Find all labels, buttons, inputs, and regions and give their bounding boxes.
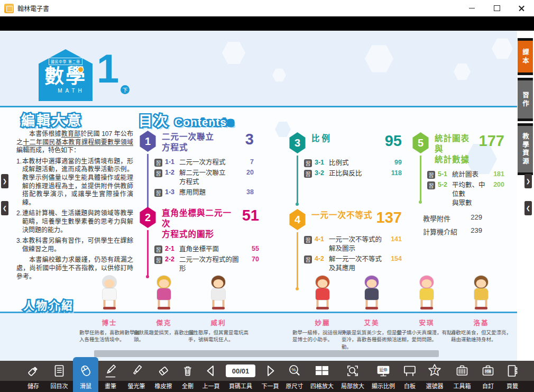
- tool-page-number[interactable]: 00/01 頁碼工具: [223, 361, 258, 392]
- section-number: 1-1: [165, 158, 179, 166]
- tool-eraser[interactable]: 橡皮擦: [150, 361, 177, 392]
- appendix-item[interactable]: 計算機介紹 239: [423, 226, 482, 236]
- chapter-heading[interactable]: 5 統計圖表與 統計數據 177: [411, 132, 504, 165]
- toc-section[interactable]: 習 1-2 解二元一次聯立 方程式 20: [154, 169, 254, 187]
- character-name: 安琪: [395, 317, 458, 327]
- figure-legs: [213, 300, 225, 307]
- tool-highlighter[interactable]: 螢光筆: [123, 361, 150, 392]
- tool-delete-all[interactable]: 全刪: [177, 361, 199, 392]
- toc-section[interactable]: 習 4-1 一元一次不等式的 解及圖示 141: [304, 235, 402, 253]
- trash-icon: [180, 361, 196, 381]
- tool-save[interactable]: 儲存: [21, 361, 45, 392]
- right-back-button[interactable]: ❮: [524, 201, 532, 215]
- workbook-badge: 習: [304, 236, 312, 244]
- section-number: 5-1: [438, 170, 452, 178]
- tool-label: 上一頁: [202, 381, 220, 392]
- tab-teaching-resources[interactable]: 教學資源: [518, 123, 533, 175]
- toc-section[interactable]: 習 4-2 解一元一次不等式 及其應用 154: [304, 255, 402, 273]
- workbook-badge: 習: [154, 169, 162, 177]
- figure-face: [159, 279, 169, 288]
- chapter-line: [297, 156, 298, 203]
- svg-text:延伸: 延伸: [380, 367, 388, 372]
- toc-chapter-2: 2 直角坐標與二元一次 方程式的圖形 51 習 2-1 直角坐標平面 55 習 …: [139, 207, 259, 275]
- right-forward-button[interactable]: ❯: [524, 174, 532, 188]
- figure-body: [420, 288, 434, 300]
- chapter-heading[interactable]: 4 一元一次不等式 137: [288, 209, 402, 230]
- character-name: 洛基: [449, 317, 513, 327]
- chapter-heading[interactable]: 2 直角坐標與二元一次 方程式的圖形 51: [139, 207, 259, 240]
- tab-textbook[interactable]: 課本: [518, 38, 533, 75]
- figure-face: [367, 279, 377, 288]
- section-number: 4-1: [315, 235, 329, 243]
- side-tab-strip: 課本 習作 教學資源: [517, 31, 534, 361]
- left-forward-button[interactable]: ❯: [1, 174, 8, 188]
- left-back-button[interactable]: ❮: [1, 201, 8, 215]
- toc-section[interactable]: 習 5-2 平均數、中位數 與眾數 200: [427, 181, 504, 208]
- tab-workbook[interactable]: 習作: [518, 78, 533, 121]
- tool-back-to-toc[interactable]: 回目次: [45, 361, 73, 392]
- section-title: 直角坐標平面: [179, 245, 243, 254]
- chapter-page: 95: [385, 133, 402, 150]
- triangle-right-icon: [262, 361, 278, 381]
- tool-mouse[interactable]: 滑鼠: [73, 361, 98, 392]
- appendix-item[interactable]: 教學附件 229: [423, 213, 482, 223]
- toc-section[interactable]: 習 3-2 正比與反比 118: [304, 169, 402, 178]
- highlighter-icon: [128, 361, 144, 381]
- toc-section[interactable]: 習 5-1 統計圖表 181: [427, 170, 504, 179]
- tool-four-grid-zoom[interactable]: 四格放大: [307, 361, 337, 392]
- figure-legs: [317, 300, 329, 307]
- chapter-title: 比例: [311, 133, 383, 144]
- horizontal-scrollbar[interactable]: [94, 350, 439, 357]
- section-number: 2-2: [165, 256, 179, 263]
- chapter-title: 直角坐標與二元一次 方程式的圖形: [162, 208, 240, 240]
- tool-number-picker[interactable]: 7 選號器: [421, 361, 448, 392]
- character-card: 洛基 喜歡吃美食，但又愛漂亮，藉由運動維持身材。: [449, 276, 513, 343]
- toc-section[interactable]: 習 3-1 比例式 99: [304, 159, 402, 168]
- chapter-number-badge: 2: [139, 207, 157, 228]
- tool-custom[interactable]: 自訂 自訂: [476, 361, 500, 392]
- toc-section[interactable]: 習 1-1 二元一次方程式 7: [154, 158, 254, 167]
- whiteboard-icon: [402, 361, 418, 381]
- character-name: 艾美: [340, 317, 403, 327]
- section-page: 55: [243, 245, 259, 252]
- tool-label: 顯示比例: [372, 381, 395, 392]
- tool-pen[interactable]: 畫筆: [98, 361, 123, 392]
- minimize-icon: [469, 8, 475, 8]
- workbook-badge: 習: [154, 245, 162, 253]
- section-page: 20: [238, 169, 254, 176]
- tool-label: 四格放大: [310, 381, 334, 392]
- chapter-heading[interactable]: 3 比例 95: [288, 132, 402, 153]
- toc-section[interactable]: 習 2-1 直角坐標平面 55: [154, 245, 259, 254]
- character-card: 艾美 外表是氣質美少女，但是愛耍冷，喜歡各種藝術類活動。: [340, 276, 403, 350]
- page-tab-icon: [504, 361, 520, 381]
- figure-body: [103, 288, 116, 300]
- tool-page-tabs[interactable]: 頁籤: [500, 361, 524, 392]
- appendix-title: 教學附件: [423, 213, 450, 223]
- character-description: 個子嬌小天真爛漫，有點小迷糊，愛問問題。: [397, 329, 457, 343]
- tool-next-page[interactable]: 下一頁: [258, 361, 282, 392]
- tool-whiteboard[interactable]: 白板: [399, 361, 421, 392]
- page-number-value[interactable]: 00/01: [226, 364, 255, 377]
- figure-shoes: [316, 307, 329, 309]
- maximize-button[interactable]: [484, 0, 509, 16]
- tool-original-size[interactable]: % 原尺寸: [282, 361, 307, 392]
- figure-shoes: [475, 307, 487, 309]
- minimize-button[interactable]: [459, 0, 484, 16]
- window-controls: [459, 0, 534, 16]
- header-rule: [0, 106, 517, 107]
- tool-region-zoom[interactable]: 局部放大: [337, 361, 368, 392]
- chapter-heading[interactable]: 1 二元一次聯立 方程式 3: [139, 131, 254, 153]
- chapter-page: 137: [376, 209, 402, 226]
- chapter-page: 177: [479, 133, 504, 150]
- tool-toolbox[interactable]: 工具箱: [448, 361, 476, 392]
- toc-chapter-5: 5 統計圖表與 統計數據 177 習 5-1 統計圖表 181 習 5-2 平均…: [411, 132, 504, 209]
- toc-chapter-3: 3 比例 95 習 3-1 比例式 99 習 3-2 正比與反比 118: [288, 132, 402, 180]
- section-page: 118: [386, 169, 402, 177]
- toc-section[interactable]: 習 1-3 應用問題 38: [154, 188, 254, 197]
- figure-body: [365, 288, 379, 300]
- toc-section[interactable]: 習 2-2 二元一次方程式的圖形 70: [154, 256, 259, 274]
- tool-display-scale[interactable]: 延伸 顯示比例: [368, 361, 399, 392]
- tool-previous-page[interactable]: 上一頁: [199, 361, 223, 392]
- page-number-box: 00/01: [226, 361, 255, 381]
- close-button[interactable]: [509, 0, 534, 16]
